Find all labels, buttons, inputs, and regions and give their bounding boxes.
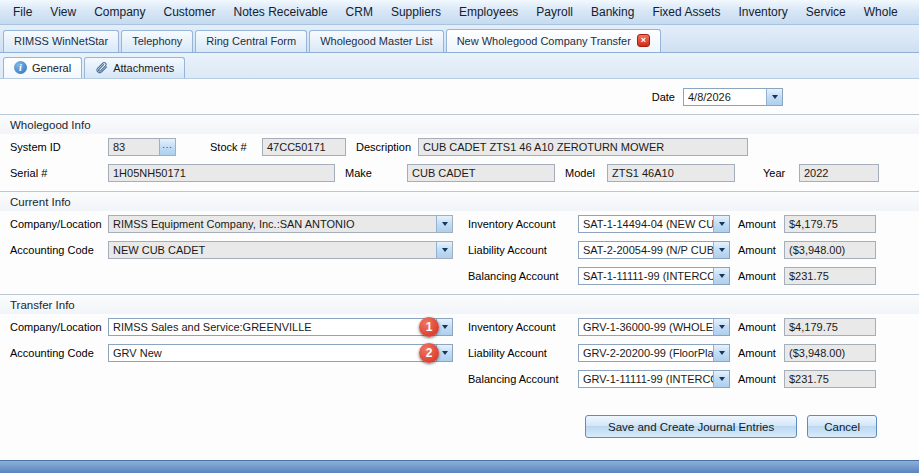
menu-customer[interactable]: Customer <box>155 1 225 23</box>
current-company-location-value: RIMSS Equipment Company, Inc.:SAN ANTONI… <box>113 218 436 230</box>
transfer-row-2: Accounting Code GRV New 2 Liability Acco… <box>0 340 919 366</box>
menu-file[interactable]: File <box>4 1 41 23</box>
browse-icon[interactable]: ... <box>159 139 175 155</box>
transfer-liability-amount-field[interactable]: ($3,948.00) <box>784 344 876 362</box>
menu-fixed-assets[interactable]: Fixed Assets <box>643 1 729 23</box>
transfer-company-location-select[interactable]: RIMSS Sales and Service:GREENVILLE 1 <box>108 318 453 336</box>
chevron-down-icon[interactable] <box>713 268 729 284</box>
transfer-inventory-amount-field[interactable]: $4,179.75 <box>784 318 876 336</box>
chevron-down-icon[interactable] <box>713 371 729 387</box>
menu-bar: File View Company Customer Notes Receiva… <box>0 0 919 25</box>
menu-service[interactable]: Service <box>797 1 855 23</box>
section-title-wholegood-info: Wholegood Info <box>0 115 919 134</box>
save-and-create-journal-entries-button[interactable]: Save and Create Journal Entries <box>585 415 797 438</box>
tab-attachments[interactable]: Attachments <box>84 57 185 78</box>
current-inventory-account-select[interactable]: SAT-1-14494-04 (NEW CUB CADET INV) <box>578 215 730 233</box>
serial-label: Serial # <box>10 167 108 179</box>
wholegood-info-section: Wholegood Info System ID 83 ... Stock # … <box>0 114 919 191</box>
year-field[interactable]: 2022 <box>799 164 879 182</box>
current-balancing-account-value: SAT-1-11111-99 (INTERCOMPANY WG... <box>583 270 713 282</box>
current-company-location-select[interactable]: RIMSS Equipment Company, Inc.:SAN ANTONI… <box>108 215 453 233</box>
transfer-balancing-account-label: Balancing Account <box>468 373 578 385</box>
menu-wholegoods[interactable]: Whole <box>855 1 907 23</box>
calendar-dropdown-icon[interactable] <box>766 89 782 105</box>
current-accounting-code-select[interactable]: NEW CUB CADET <box>108 241 453 259</box>
tab-label: Wholegood Master List <box>320 35 433 47</box>
close-icon[interactable]: × <box>637 34 650 47</box>
tab-general[interactable]: i General <box>3 57 82 78</box>
transfer-inventory-account-value: GRV-1-36000-99 (WHOLE GOODS INV... <box>583 321 713 333</box>
tab-label: New Wholegood Company Transfer <box>457 35 631 47</box>
current-liability-amount-label: Amount <box>738 244 784 256</box>
tab-telephony[interactable]: Telephony <box>121 30 193 52</box>
tab-rimss-winnetstar[interactable]: RIMSS WinNetStar <box>3 30 119 52</box>
current-balancing-account-label: Balancing Account <box>468 270 578 282</box>
current-inventory-amount-field[interactable]: $4,179.75 <box>784 215 876 233</box>
transfer-accounting-code-label: Accounting Code <box>10 347 108 359</box>
description-label: Description <box>356 141 418 153</box>
cancel-button[interactable]: Cancel <box>807 415 877 438</box>
document-tab-bar: RIMSS WinNetStar Telephony Ring Central … <box>0 25 919 53</box>
system-id-field[interactable]: 83 ... <box>108 138 176 156</box>
description-field[interactable]: CUB CADET ZTS1 46 A10 ZEROTURN MOWER <box>418 138 748 156</box>
current-row-2: Accounting Code NEW CUB CADET Liability … <box>0 237 919 263</box>
menu-banking[interactable]: Banking <box>582 1 643 23</box>
menu-view[interactable]: View <box>41 1 85 23</box>
date-label: Date <box>652 91 675 103</box>
menu-notes-receivable[interactable]: Notes Receivable <box>225 1 337 23</box>
chevron-down-icon[interactable] <box>436 216 452 232</box>
current-company-location-label: Company/Location <box>10 218 108 230</box>
year-label: Year <box>763 167 799 179</box>
transfer-company-location-value: RIMSS Sales and Service:GREENVILLE <box>113 321 436 333</box>
transfer-balancing-account-select[interactable]: GRV-1-11111-99 (INTERCOMPANY WG... <box>578 370 730 388</box>
tab-ring-central-form[interactable]: Ring Central Form <box>195 30 307 52</box>
menu-payroll[interactable]: Payroll <box>527 1 582 23</box>
menu-employees[interactable]: Employees <box>450 1 527 23</box>
date-row: Date 4/8/2026 <box>0 79 919 114</box>
chevron-down-icon[interactable] <box>713 242 729 258</box>
transfer-inventory-account-label: Inventory Account <box>468 321 578 333</box>
chevron-down-icon[interactable] <box>713 345 729 361</box>
make-label: Make <box>345 167 407 179</box>
menu-suppliers[interactable]: Suppliers <box>382 1 450 23</box>
stock-field[interactable]: 47CC50171 <box>262 138 346 156</box>
current-liability-amount-field[interactable]: ($3,948.00) <box>784 241 876 259</box>
tab-label: Telephony <box>132 35 182 47</box>
transfer-liability-amount-label: Amount <box>738 347 784 359</box>
make-field[interactable]: CUB CADET <box>407 164 555 182</box>
date-picker[interactable]: 4/8/2026 <box>683 88 783 106</box>
transfer-balancing-amount-label: Amount <box>738 373 784 385</box>
section-title-current-info: Current Info <box>0 192 919 211</box>
current-balancing-amount-field[interactable]: $231.75 <box>784 267 876 285</box>
serial-field[interactable]: 1H05NH50171 <box>108 164 335 182</box>
chevron-down-icon[interactable] <box>436 242 452 258</box>
transfer-inventory-amount-label: Amount <box>738 321 784 333</box>
tab-label: Ring Central Form <box>206 35 296 47</box>
tab-new-wholegood-company-transfer[interactable]: New Wholegood Company Transfer × <box>446 29 661 52</box>
current-balancing-amount-label: Amount <box>738 270 784 282</box>
transfer-row-3: Balancing Account GRV-1-11111-99 (INTERC… <box>0 366 919 392</box>
chevron-down-icon[interactable] <box>713 216 729 232</box>
transfer-balancing-amount-field[interactable]: $231.75 <box>784 370 876 388</box>
system-id-value: 83 <box>113 141 159 153</box>
menu-inventory[interactable]: Inventory <box>729 1 796 23</box>
current-liability-account-label: Liability Account <box>468 244 578 256</box>
app-window: File View Company Customer Notes Receiva… <box>0 0 919 438</box>
footer-buttons: Save and Create Journal Entries Cancel <box>0 397 919 438</box>
transfer-inventory-account-select[interactable]: GRV-1-36000-99 (WHOLE GOODS INV... <box>578 318 730 336</box>
current-accounting-code-label: Accounting Code <box>10 244 108 256</box>
model-field[interactable]: ZTS1 46A10 <box>607 164 735 182</box>
tab-wholegood-master-list[interactable]: Wholegood Master List <box>309 30 444 52</box>
transfer-liability-account-label: Liability Account <box>468 347 578 359</box>
current-row-1: Company/Location RIMSS Equipment Company… <box>0 211 919 237</box>
chevron-down-icon[interactable] <box>713 319 729 335</box>
transfer-liability-account-select[interactable]: GRV-2-20200-99 (FloorPlan) <box>578 344 730 362</box>
current-balancing-account-select[interactable]: SAT-1-11111-99 (INTERCOMPANY WG... <box>578 267 730 285</box>
paperclip-icon <box>95 61 108 74</box>
menu-company[interactable]: Company <box>85 1 154 23</box>
menu-crm[interactable]: CRM <box>337 1 382 23</box>
transfer-balancing-account-value: GRV-1-11111-99 (INTERCOMPANY WG... <box>583 373 713 385</box>
current-liability-account-select[interactable]: SAT-2-20054-99 (N/P CUB CADET FLO... <box>578 241 730 259</box>
transfer-accounting-code-select[interactable]: GRV New 2 <box>108 344 453 362</box>
stock-label: Stock # <box>210 141 262 153</box>
